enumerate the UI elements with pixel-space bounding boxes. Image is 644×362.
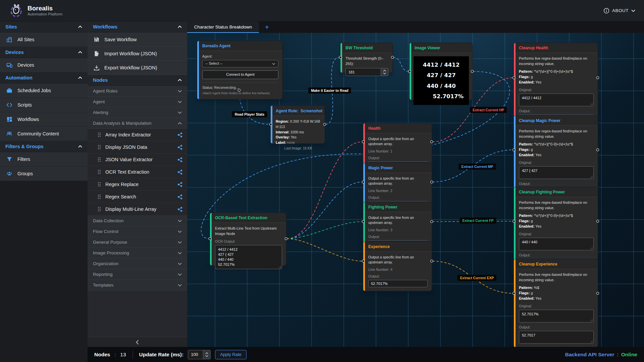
category-agent[interactable]: Agent	[88, 97, 187, 107]
export-workflow-button[interactable]: Export Workflow (JSON)	[88, 61, 187, 75]
original-textarea[interactable]: 52.7017%	[519, 310, 594, 322]
category-organization[interactable]: Organization	[88, 258, 187, 269]
node-template-array-index-extractor[interactable]: Array Index Extractor	[88, 129, 187, 141]
image-text-line: 440 / 440	[418, 81, 465, 91]
about-menu[interactable]: ABOUT	[603, 8, 635, 14]
share-icon[interactable]	[177, 132, 182, 137]
number-stepper[interactable]	[381, 68, 388, 76]
section-devices[interactable]: Devices	[0, 47, 88, 58]
drag-handle-icon[interactable]	[98, 194, 101, 199]
category-flow-control[interactable]: Flow Control	[88, 226, 187, 237]
ocr-output-textarea[interactable]: 4412 / 4412 427 { 427 440 / 440 52.7017%	[215, 245, 282, 269]
drag-handle-icon[interactable]	[98, 207, 101, 212]
category-reporting[interactable]: Reporting	[88, 269, 187, 280]
share-icon[interactable]	[177, 194, 182, 199]
sidebar-item-workflows[interactable]: Workflows	[0, 112, 88, 127]
category-data-collection[interactable]: Data Collection	[88, 216, 187, 226]
node-template-display-json-data[interactable]: Display JSON Data	[88, 141, 187, 154]
share-icon[interactable]	[177, 145, 182, 150]
node-experience[interactable]: Experience Output a specific line from a…	[363, 242, 432, 291]
output-label: Output:	[368, 156, 428, 161]
category-general-purpose[interactable]: General Purpose	[88, 237, 187, 248]
node-template-json-value-extractor[interactable]: JSON Value Extractor	[88, 154, 187, 166]
edge-label-extract-current-exp: Extract Current EXP	[458, 275, 496, 281]
original-textarea[interactable]: 427 { 427	[519, 166, 594, 179]
share-icon[interactable]	[177, 157, 182, 162]
drag-handle-icon[interactable]	[98, 170, 101, 174]
agent-select[interactable]: -- Select --	[202, 60, 278, 67]
node-image-viewer[interactable]: Image Viewer 4412 / 4412 427 / 427 440 /…	[410, 43, 472, 100]
drag-handle-icon[interactable]	[98, 182, 101, 187]
save-workflow-button[interactable]: Save Workflow	[88, 33, 187, 47]
pattern-value: %$	[534, 286, 539, 290]
add-tab-button[interactable]: +	[259, 21, 275, 33]
flags-value: g	[531, 147, 533, 152]
apply-rate-button[interactable]: Apply Rate	[215, 350, 247, 359]
category-agent-roles[interactable]: Agent Roles	[88, 86, 187, 97]
category-data-analysis[interactable]: Data Analysis & Manipulation	[88, 118, 187, 129]
node-template-display-multiline-array[interactable]: Display Multi-Line Array	[88, 203, 187, 216]
drag-handle-icon[interactable]	[98, 145, 101, 149]
node-template-regex-replace[interactable]: Regex Replace	[88, 178, 187, 191]
workflow-canvas[interactable]: Borealis Agent Agent: -- Select -- Conne…	[187, 33, 644, 347]
output-field[interactable]	[368, 280, 428, 287]
section-sites[interactable]: Sites	[0, 21, 88, 33]
node-ocr-text-extraction[interactable]: OCR-Based Text Extraction Extract Multi-…	[210, 213, 286, 265]
backend-status: Backend API Server : Online	[565, 352, 637, 358]
output-textarea[interactable]: 52.7017	[519, 331, 594, 344]
number-stepper[interactable]	[203, 350, 210, 359]
sidebar-collapse-button[interactable]	[88, 337, 187, 347]
enabled-label: Enabled:	[519, 153, 534, 157]
original-textarea[interactable]: 440 / 440	[519, 238, 594, 250]
share-icon[interactable]	[177, 170, 182, 175]
original-textarea[interactable]: 4412 / 4412	[519, 94, 594, 106]
connect-to-agent-button[interactable]: Connect to Agent	[202, 70, 278, 79]
category-label: Data Collection	[93, 218, 124, 223]
node-borealis-agent[interactable]: Borealis Agent Agent: -- Select -- Conne…	[197, 41, 282, 99]
update-rate-value[interactable]	[188, 350, 203, 359]
node-cleanup-experience[interactable]: Cleanup Experience Performs live regex-b…	[514, 259, 598, 347]
image-text-line: 52.7017%	[418, 91, 465, 102]
app-subtitle: Automation Platform	[28, 12, 62, 16]
category-image-processing[interactable]: Image Processing	[88, 248, 187, 258]
node-accent	[271, 106, 272, 143]
label-label: Label:	[276, 140, 286, 144]
flags-value: g	[531, 219, 533, 223]
tab-character-status-breakdown[interactable]: Character Status Breakdown	[187, 21, 259, 33]
sidebar-item-all-sites[interactable]: All Sites	[0, 33, 88, 47]
threshold-value[interactable]	[346, 68, 381, 76]
sidebar-item-groups[interactable]: Groups	[0, 167, 88, 181]
node-accent	[514, 259, 516, 347]
share-icon[interactable]	[177, 182, 182, 187]
node-title: Cleanup Health	[514, 43, 598, 53]
node-agent-role-screenshot[interactable]: Agent Role: Screenshot Region: X:200 Y:4…	[271, 106, 325, 143]
sidebar-item-community-content[interactable]: Community Content	[0, 127, 88, 141]
agent-select-value: -- Select --	[205, 61, 272, 66]
node-description: Output a specific line from an upstream …	[368, 215, 428, 225]
chevron-up-icon	[383, 70, 386, 72]
nodes-header[interactable]: Nodes	[88, 75, 187, 86]
category-alerting[interactable]: Alerting	[88, 107, 187, 118]
share-icon[interactable]	[177, 207, 182, 212]
section-automation[interactable]: Automation	[0, 72, 88, 83]
sidebar-item-scheduled-jobs[interactable]: Scheduled Jobs	[0, 83, 88, 98]
threshold-input[interactable]	[345, 68, 388, 76]
filter-icon	[6, 156, 12, 162]
workflows-header[interactable]: Workflows	[88, 21, 187, 33]
drag-handle-icon[interactable]	[98, 157, 101, 162]
sidebar-item-devices[interactable]: Devices	[0, 58, 88, 72]
sidebar-item-scripts[interactable]: Scripts	[0, 98, 88, 112]
category-templates[interactable]: Templates	[88, 280, 187, 291]
node-bw-threshold[interactable]: BW Threshold Threshold Strength (0–255):	[340, 43, 392, 73]
node-template-ocr-text-extraction[interactable]: OCR Text Extraction	[88, 166, 187, 178]
node-template-regex-search[interactable]: Regex Search	[88, 191, 187, 203]
section-label: Sites	[5, 24, 17, 29]
threshold-label: Threshold Strength (0–255):	[345, 56, 388, 67]
drag-handle-icon[interactable]	[98, 132, 101, 137]
node-title: Magic Power	[363, 163, 432, 173]
node-title: BW Threshold	[340, 43, 392, 53]
update-rate-input[interactable]	[188, 350, 211, 359]
sidebar-item-filters[interactable]: Filters	[0, 152, 88, 167]
import-workflow-button[interactable]: Import Workflow (JSON)	[88, 47, 187, 61]
section-filters-groups[interactable]: Filters & Groups	[0, 141, 88, 152]
